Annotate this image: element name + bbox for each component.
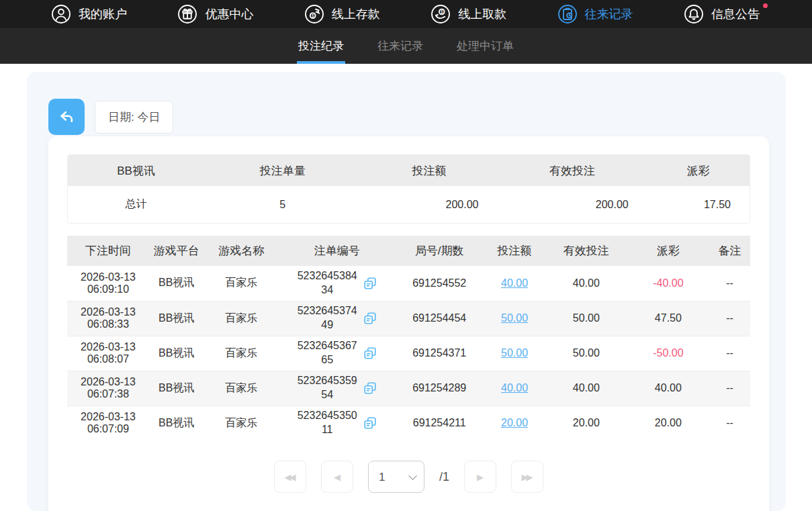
nav-item-label: 线上取款: [458, 6, 506, 22]
valid-bet: 20.00: [545, 406, 627, 440]
first-page-button[interactable]: ◀◀: [274, 461, 306, 493]
records-tab-bar: 投注纪录 往来记录 处理中订单: [0, 28, 812, 64]
summary-header-bet-amount: 投注额: [361, 155, 497, 186]
copy-icon[interactable]: [363, 276, 377, 291]
table-row: 2026-03-13 06:07:09 BB视讯 百家乐 52326453501…: [67, 406, 750, 440]
bell-icon: [684, 4, 704, 24]
col-header-game-name: 游戏名称: [204, 236, 279, 266]
game-name: 百家乐: [204, 406, 279, 440]
bet-amount-link[interactable]: 40.00: [501, 277, 528, 289]
user-icon: [51, 4, 71, 24]
summary-bet-amount: 200.00: [361, 186, 497, 223]
platform: BB视讯: [149, 406, 204, 440]
nav-item-withdraw[interactable]: $ 线上取款: [431, 0, 506, 28]
game-name: 百家乐: [204, 371, 279, 406]
order-number: 523264536765: [296, 339, 358, 367]
order-number: 523264538434: [296, 269, 358, 297]
summary-bet-count: 5: [204, 186, 361, 223]
bet-amount-link[interactable]: 50.00: [501, 312, 528, 324]
copy-icon[interactable]: [363, 346, 377, 361]
left-arrow-icon: ◀: [334, 472, 339, 482]
summary-valid-bet: 200.00: [497, 186, 647, 223]
nav-item-label: 信息公告: [711, 6, 760, 22]
valid-bet: 40.00: [545, 266, 627, 301]
valid-bet: 50.00: [545, 301, 627, 336]
copy-icon[interactable]: [363, 416, 377, 430]
summary-table-wrap: BB视讯 投注单量 投注额 有效投注 派彩 总计 5 200.00 200.00…: [67, 154, 750, 224]
nav-item-deposit[interactable]: $ 线上存款: [304, 0, 380, 28]
col-header-payout: 派彩: [627, 236, 709, 266]
round-number: 691254289: [395, 371, 484, 406]
back-button[interactable]: [48, 99, 85, 135]
bet-time: 2026-03-13 06:08:33: [67, 301, 149, 336]
notification-dot: [763, 3, 768, 8]
svg-text:$: $: [312, 13, 314, 18]
records-table: 下注时间 游戏平台 游戏名称 注单编号 局号/期数 投注额 有效投注 派彩 备注…: [67, 236, 750, 440]
last-page-button[interactable]: ▶▶: [511, 461, 543, 493]
bet-time: 2026-03-13 06:07:09: [67, 406, 149, 440]
svg-text:$: $: [441, 9, 443, 14]
bet-time: 2026-03-13 06:07:38: [67, 371, 149, 406]
pagination: ◀◀ ◀ 1 /1 ▶ ▶▶: [67, 461, 750, 493]
records-tbody: 2026-03-13 06:09:10 BB视讯 百家乐 52326453843…: [67, 266, 750, 440]
order-number: 523264535954: [296, 374, 358, 402]
page-select[interactable]: 1: [368, 461, 424, 493]
bet-amount-link[interactable]: 20.00: [501, 417, 528, 428]
valid-bet: 50.00: [545, 336, 627, 371]
content-panel: 日期: 今日 BB视讯 投注单量 投注额 有效投注 派彩: [27, 72, 786, 511]
transactions-icon: [557, 4, 578, 24]
payout: 47.50: [627, 301, 709, 336]
summary-header-valid-bet: 有效投注: [497, 155, 647, 186]
next-page-button[interactable]: ▶: [464, 461, 496, 493]
col-header-bet-time: 下注时间: [67, 236, 149, 266]
bet-amount-link[interactable]: 40.00: [501, 382, 528, 393]
page-select-wrap: 1: [368, 461, 424, 493]
round-number: 691254454: [395, 301, 484, 336]
prev-page-button[interactable]: ◀: [321, 461, 353, 493]
toolbar: 日期: 今日: [48, 99, 769, 135]
nav-item-my-account[interactable]: 我的账户: [51, 0, 127, 28]
summary-total-row: 总计 5 200.00 200.00 17.50: [68, 186, 750, 223]
note: --: [709, 266, 750, 301]
nav-item-label: 往来记录: [585, 6, 633, 22]
payout: -40.00: [627, 266, 709, 301]
bet-amount-link[interactable]: 50.00: [501, 347, 528, 359]
note: --: [709, 301, 750, 336]
summary-total-label: 总计: [68, 186, 204, 223]
deposit-icon: $: [304, 4, 324, 24]
payout: 20.00: [627, 406, 709, 440]
nav-item-announcements[interactable]: 信息公告: [684, 0, 760, 28]
top-navigation: 我的账户 优惠中心 $ 线上存款 $: [0, 0, 812, 28]
table-row: 2026-03-13 06:08:33 BB视讯 百家乐 52326453744…: [67, 301, 750, 336]
game-name: 百家乐: [204, 301, 279, 336]
table-row: 2026-03-13 06:09:10 BB视讯 百家乐 52326453843…: [67, 266, 750, 301]
note: --: [709, 371, 750, 406]
platform: BB视讯: [149, 301, 204, 336]
summary-payout: 17.50: [647, 186, 750, 223]
table-row: 2026-03-13 06:08:07 BB视讯 百家乐 52326453676…: [67, 336, 750, 371]
col-header-bet-amount: 投注额: [484, 236, 545, 266]
copy-icon[interactable]: [363, 311, 377, 326]
date-filter[interactable]: 日期: 今日: [95, 101, 173, 134]
return-arrow-icon: [58, 108, 76, 126]
payout: -50.00: [627, 336, 709, 371]
round-number: 691254371: [395, 336, 484, 371]
nav-item-promotions[interactable]: 优惠中心: [177, 0, 253, 28]
col-header-order-no: 注单编号: [279, 236, 395, 266]
table-row: 2026-03-13 06:07:38 BB视讯 百家乐 52326453595…: [67, 371, 750, 406]
right-arrow-icon: ▶: [477, 472, 482, 482]
platform: BB视讯: [149, 336, 204, 371]
tab-processing-orders[interactable]: 处理中订单: [455, 28, 515, 64]
order-number: 523264537449: [296, 304, 358, 332]
tab-transaction-records[interactable]: 往来记录: [376, 28, 424, 64]
double-left-arrow-icon: ◀◀: [284, 472, 294, 482]
double-right-arrow-icon: ▶▶: [522, 472, 531, 482]
col-header-platform: 游戏平台: [149, 236, 204, 266]
tab-bet-records[interactable]: 投注纪录: [297, 28, 345, 64]
nav-item-label: 我的账户: [79, 6, 127, 22]
page-total: /1: [439, 470, 449, 484]
nav-item-transactions[interactable]: 往来记录: [557, 0, 633, 28]
copy-icon[interactable]: [363, 381, 377, 396]
bet-time: 2026-03-13 06:09:10: [67, 266, 149, 301]
records-card: BB视讯 投注单量 投注额 有效投注 派彩 总计 5 200.00 200.00…: [48, 136, 769, 511]
